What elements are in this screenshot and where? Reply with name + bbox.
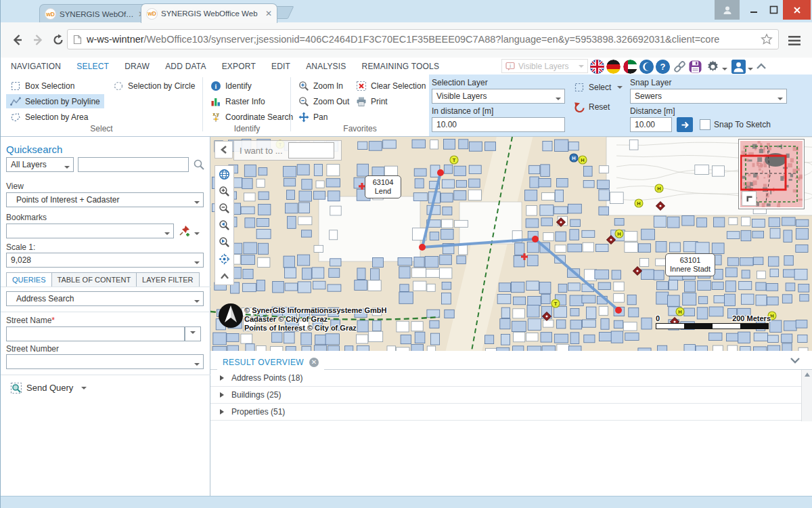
clear-selection-button[interactable]: Clear Selection	[352, 79, 430, 93]
in-distance-input[interactable]	[432, 117, 565, 132]
zoom-in-button[interactable]: Zoom In	[294, 79, 347, 93]
zoom-previous-icon[interactable]	[215, 217, 233, 234]
tab-table-of-content[interactable]: TABLE OF CONTENT	[52, 272, 137, 287]
tab-layer-filter[interactable]: LAYER FILTER	[137, 272, 199, 287]
expand-triangle-icon	[220, 375, 227, 381]
box-selection-button[interactable]: Box Selection	[6, 79, 78, 93]
reset-undo-icon	[574, 102, 585, 112]
scale-max-label: 200 Meters	[732, 314, 771, 322]
full-extent-globe-icon[interactable]	[215, 166, 233, 183]
street-name-input[interactable]	[6, 326, 185, 341]
forward-button[interactable]	[29, 31, 47, 49]
map-zoom-in-icon[interactable]	[215, 183, 233, 200]
view-dropdown[interactable]: Points of Interest + Cadaster	[6, 192, 204, 207]
back-button[interactable]	[9, 31, 26, 49]
ribbon-tab-add-data[interactable]: ADD DATA	[165, 62, 206, 71]
url-bar[interactable]: w-ws-wintner/WebOffice103/synserver;jses…	[67, 29, 779, 49]
browser-tab-web[interactable]: wD SYNERGIS WebOffice Web ✕	[141, 3, 277, 23]
result-scrollbar[interactable]	[801, 370, 812, 421]
ribbon-tab-remaining-tools[interactable]: REMAINING TOOLS	[362, 62, 440, 71]
selection-by-circle-button[interactable]: Selection by Circle	[109, 79, 199, 93]
collapse-ribbon-icon[interactable]	[756, 61, 767, 75]
result-panel-collapse-icon[interactable]	[790, 356, 800, 368]
result-group-address-points[interactable]: Address Points (18)	[210, 370, 802, 387]
snap-distance-input[interactable]	[630, 117, 672, 132]
user-caret-icon[interactable]	[748, 68, 753, 73]
send-query-button[interactable]: Send Query	[6, 381, 91, 395]
save-icon[interactable]	[688, 60, 702, 74]
bookmark-star-icon[interactable]	[761, 33, 773, 45]
settings-caret-icon[interactable]	[722, 68, 727, 73]
maximize-button[interactable]	[764, 0, 783, 20]
add-bookmark-pin-icon[interactable]	[178, 224, 191, 240]
result-group-properties[interactable]: Properties (51)	[210, 404, 802, 421]
ribbon-tab-navigation[interactable]: NAVIGATION	[11, 62, 61, 71]
flag-uae-icon[interactable]	[623, 60, 637, 74]
minimize-button[interactable]	[744, 0, 764, 20]
profile-icon[interactable]	[715, 0, 740, 20]
search-icon[interactable]	[193, 158, 205, 173]
result-group-buildings[interactable]: Buildings (25)	[210, 387, 802, 404]
sidebar-collapse-button[interactable]	[215, 141, 233, 158]
coordinate-search-button[interactable]: x,y Coordinate Search	[206, 110, 297, 124]
ribbon-tab-draw[interactable]: DRAW	[125, 62, 150, 71]
bookmarks-dropdown[interactable]	[6, 224, 174, 238]
select-button[interactable]: Select	[570, 80, 627, 94]
identify-button[interactable]: i Identify	[206, 79, 256, 93]
flag-uk-icon[interactable]	[590, 60, 604, 74]
snap-to-sketch-checkbox[interactable]	[700, 119, 710, 130]
selection-layer-dropdown[interactable]: Visible Layers	[432, 89, 565, 104]
quicksearch-input[interactable]	[78, 157, 189, 172]
tools-collapse-up-icon[interactable]	[215, 268, 233, 284]
ribbon-tab-export[interactable]: EXPORT	[222, 62, 256, 71]
street-number-dropdown[interactable]	[6, 354, 204, 369]
scale-dropdown[interactable]: 9,028	[6, 253, 204, 268]
snap-layer-dropdown[interactable]: Sewers	[630, 89, 787, 104]
close-button[interactable]	[783, 0, 811, 20]
selection-by-area-button[interactable]: Selection by Area	[6, 110, 92, 124]
tab-queries[interactable]: QUERIES	[6, 272, 52, 287]
link-icon[interactable]	[673, 60, 687, 74]
result-overview-tab[interactable]: RESULT OVERVIEW ✕	[217, 354, 324, 371]
bookmark-caret-icon[interactable]	[194, 232, 200, 238]
map-viewport[interactable]: THHHHHTHHT 63104Lend 63101Innere Stadt ©…	[210, 137, 812, 351]
i-want-to-input[interactable]	[288, 142, 334, 158]
user-account-icon[interactable]	[731, 60, 746, 74]
quicksearch-layer-dropdown[interactable]: All Layers	[6, 157, 74, 172]
overview-map[interactable]	[738, 139, 805, 209]
flag-germany-icon[interactable]	[606, 60, 621, 74]
result-tab-close-icon[interactable]: ✕	[309, 358, 319, 367]
browser-tab-admin[interactable]: wD SYNERGIS WebOffice Adm ✕	[39, 4, 150, 23]
view-label: View	[6, 182, 24, 191]
zoom-next-icon[interactable]	[215, 234, 233, 251]
map-tool-column	[215, 165, 234, 285]
crescent-icon[interactable]	[639, 60, 654, 74]
street-name-dropdown-button[interactable]	[185, 326, 201, 341]
reload-button[interactable]	[49, 31, 67, 49]
map-zoom-out-icon[interactable]	[215, 200, 233, 217]
reset-button[interactable]: Reset	[570, 100, 614, 114]
query-type-dropdown[interactable]: Address Search	[6, 291, 204, 306]
i-want-to-widget[interactable]: I want to ...	[233, 140, 342, 161]
browser-toolbar: w-ws-wintner/WebOffice103/synserver;jses…	[1, 22, 812, 58]
title-bar: wD SYNERGIS WebOffice Adm ✕ wD SYNERGIS …	[1, 0, 812, 22]
tab-close-icon[interactable]: ✕	[265, 9, 272, 18]
apply-snap-button[interactable]	[677, 117, 693, 132]
expand-triangle-icon	[220, 409, 227, 415]
locate-position-icon[interactable]	[215, 251, 233, 268]
zoom-out-button[interactable]: Zoom Out	[294, 94, 353, 108]
help-icon[interactable]: ?	[656, 60, 670, 74]
settings-gear-icon[interactable]	[706, 60, 720, 74]
pan-button[interactable]: Pan	[294, 110, 332, 124]
ribbon-tab-edit[interactable]: EDIT	[271, 62, 290, 71]
ribbon-tab-analysis[interactable]: ANALYSIS	[306, 62, 346, 71]
raster-info-button[interactable]: Raster Info	[206, 94, 269, 108]
select-box-icon	[574, 82, 585, 93]
snap-distance-label: Distance [m]	[630, 106, 675, 116]
print-button[interactable]: Print	[352, 94, 392, 108]
overview-toggle-icon[interactable]	[742, 191, 757, 206]
identify-info-icon: i	[210, 81, 221, 91]
ribbon-tab-select[interactable]: SELECT	[76, 62, 109, 71]
selection-by-polyline-button[interactable]: Selection by Polyline	[6, 94, 104, 108]
menu-icon[interactable]	[786, 32, 803, 49]
